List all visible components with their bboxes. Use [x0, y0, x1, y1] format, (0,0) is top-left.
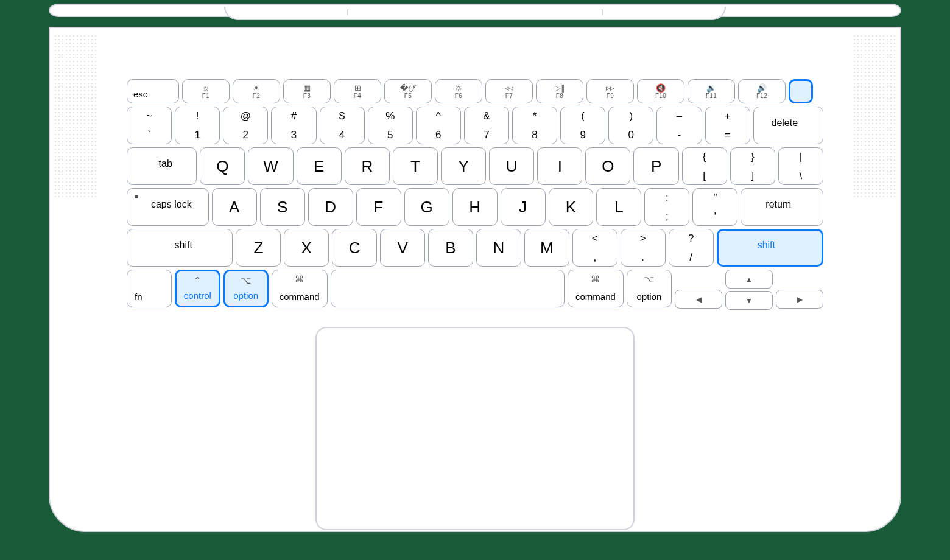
volume-down-icon: 🔉 — [706, 84, 716, 92]
key-bracket-right[interactable]: }] — [730, 147, 775, 185]
key-caps-lock[interactable]: caps lock — [127, 188, 209, 226]
kb-brightness-up-icon: ⛭ — [455, 84, 463, 92]
key-touch-id[interactable] — [789, 79, 813, 103]
key-backtick[interactable]: ~` — [127, 107, 172, 144]
key-i[interactable]: I — [537, 147, 582, 185]
option-icon: ⌥ — [644, 274, 654, 285]
brightness-down-icon: ☼ — [202, 84, 209, 92]
key-shift-right[interactable]: shift — [717, 229, 823, 267]
key-command-left[interactable]: ⌘command — [272, 270, 328, 307]
key-f6[interactable]: ⛭F6 — [435, 79, 482, 103]
key-arrow-left[interactable]: ◀ — [675, 290, 722, 309]
launchpad-icon: ⊞ — [354, 84, 361, 92]
key-a[interactable]: A — [212, 188, 257, 226]
key-2[interactable]: @2 — [223, 107, 268, 144]
key-v[interactable]: V — [380, 229, 425, 267]
key-tab[interactable]: tab — [127, 147, 197, 185]
key-p[interactable]: P — [633, 147, 678, 185]
key-b[interactable]: B — [428, 229, 473, 267]
key-f3[interactable]: ▦F3 — [283, 79, 331, 103]
key-f4[interactable]: ⊞F4 — [334, 79, 381, 103]
key-semicolon[interactable]: :; — [644, 188, 689, 226]
key-f9[interactable]: ▹▹F9 — [586, 79, 634, 103]
key-slash[interactable]: ?/ — [669, 229, 714, 267]
key-f11[interactable]: 🔉F11 — [688, 79, 735, 103]
speaker-grille-right — [853, 34, 896, 198]
trackpad[interactable] — [315, 327, 635, 530]
key-z[interactable]: Z — [236, 229, 281, 267]
laptop-diagram: esc ☼F1 ☀F2 ▦F3 ⊞F4 �びF5 ⛭F6 ◃◃F7 ▷∥F8 ▹… — [49, 0, 901, 532]
arrow-up-icon: ▲ — [745, 275, 753, 284]
key-9[interactable]: (9 — [560, 107, 605, 144]
key-m[interactable]: M — [524, 229, 569, 267]
key-space[interactable] — [331, 270, 565, 307]
key-f[interactable]: F — [356, 188, 401, 226]
key-minus[interactable]: –- — [656, 107, 702, 144]
key-command-right[interactable]: ⌘command — [568, 270, 624, 307]
key-arrow-right[interactable]: ▶ — [776, 290, 823, 309]
key-f2[interactable]: ☀F2 — [233, 79, 280, 103]
key-u[interactable]: U — [489, 147, 534, 185]
laptop-lid — [49, 0, 901, 30]
key-bracket-left[interactable]: {[ — [682, 147, 727, 185]
key-1[interactable]: !1 — [175, 107, 220, 144]
key-period[interactable]: >. — [621, 229, 666, 267]
key-j[interactable]: J — [501, 188, 546, 226]
key-f12[interactable]: 🔊F12 — [738, 79, 786, 103]
key-s[interactable]: S — [260, 188, 305, 226]
key-g[interactable]: G — [404, 188, 449, 226]
key-y[interactable]: Y — [441, 147, 486, 185]
key-option-right[interactable]: ⌥option — [627, 270, 672, 307]
key-arrow-up[interactable]: ▲ — [725, 270, 773, 289]
key-option-left[interactable]: ⌥option — [223, 270, 269, 307]
key-l[interactable]: L — [596, 188, 641, 226]
laptop-base: esc ☼F1 ☀F2 ▦F3 ⊞F4 �びF5 ⛭F6 ◃◃F7 ▷∥F8 ▹… — [49, 27, 901, 532]
key-o[interactable]: O — [585, 147, 630, 185]
key-backslash[interactable]: |\ — [778, 147, 823, 185]
key-3[interactable]: #3 — [271, 107, 316, 144]
row-numbers: ~` !1 @2 #3 $4 %5 ^6 &7 *8 (9 )0 –- += d… — [127, 107, 823, 144]
key-t[interactable]: T — [393, 147, 438, 185]
key-h[interactable]: H — [452, 188, 498, 226]
key-shift-left[interactable]: shift — [127, 229, 233, 267]
row-function: esc ☼F1 ☀F2 ▦F3 ⊞F4 �びF5 ⛭F6 ◃◃F7 ▷∥F8 ▹… — [127, 79, 823, 103]
key-k[interactable]: K — [549, 188, 594, 226]
key-d[interactable]: D — [308, 188, 353, 226]
key-c[interactable]: C — [332, 229, 377, 267]
key-x[interactable]: X — [284, 229, 329, 267]
key-n[interactable]: N — [476, 229, 521, 267]
key-f10[interactable]: 🔇F10 — [637, 79, 684, 103]
key-quote[interactable]: "' — [692, 188, 737, 226]
control-icon: ⌃ — [194, 275, 202, 286]
key-f8[interactable]: ▷∥F8 — [536, 79, 583, 103]
key-equals[interactable]: += — [705, 107, 750, 144]
key-5[interactable]: %5 — [368, 107, 413, 144]
key-e[interactable]: E — [297, 147, 342, 185]
mission-control-icon: ▦ — [303, 84, 311, 92]
mute-icon: 🔇 — [656, 84, 666, 92]
key-f7[interactable]: ◃◃F7 — [485, 79, 533, 103]
key-fn[interactable]: fn — [127, 270, 172, 307]
key-comma[interactable]: <, — [572, 229, 618, 267]
key-6[interactable]: ^6 — [416, 107, 461, 144]
key-r[interactable]: R — [345, 147, 390, 185]
key-4[interactable]: $4 — [320, 107, 365, 144]
key-f1[interactable]: ☼F1 — [182, 79, 230, 103]
row-zxcv: shift Z X C V B N M <, >. ?/ shift — [127, 229, 823, 267]
key-0[interactable]: )0 — [608, 107, 653, 144]
key-w[interactable]: W — [248, 147, 293, 185]
play-pause-icon: ▷∥ — [555, 84, 565, 92]
key-control-left[interactable]: ⌃control — [175, 270, 220, 307]
brightness-up-icon: ☀ — [253, 84, 260, 92]
key-f5[interactable]: �びF5 — [384, 79, 432, 103]
key-return[interactable]: return — [741, 188, 823, 226]
key-esc[interactable]: esc — [127, 79, 179, 103]
key-8[interactable]: *8 — [512, 107, 557, 144]
key-q[interactable]: Q — [200, 147, 245, 185]
row-qwerty: tab Q W E R T Y U I O P {[ }] |\ — [127, 147, 823, 185]
key-arrow-down[interactable]: ▼ — [725, 291, 773, 310]
arrow-right-icon: ▶ — [797, 295, 803, 304]
key-delete[interactable]: delete — [753, 107, 823, 144]
key-7[interactable]: &7 — [464, 107, 509, 144]
row-modifiers: fn ⌃control ⌥option ⌘command ⌘command ⌥o… — [127, 270, 823, 310]
